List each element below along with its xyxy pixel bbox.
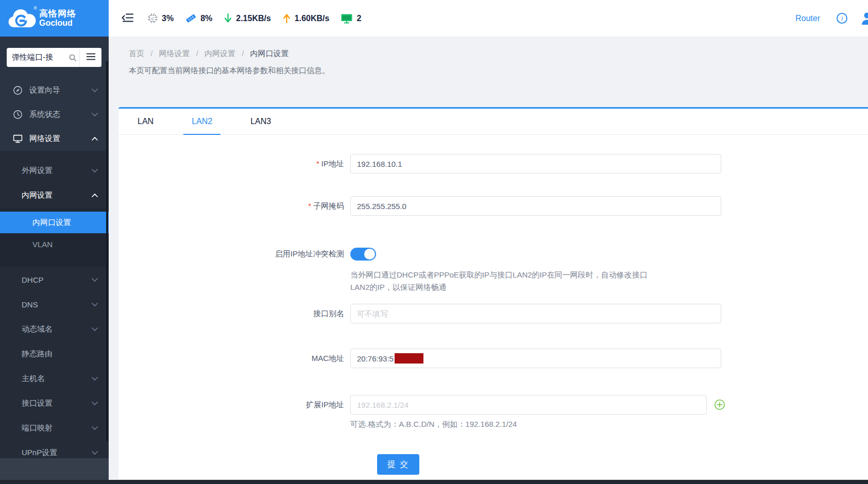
sidebar-item-label: VLAN xyxy=(32,240,53,249)
sidebar-item-dhcp[interactable]: DHCP xyxy=(0,267,109,292)
breadcrumb-network-settings[interactable]: 网络设置 xyxy=(159,49,190,58)
brand-name-cn: 高恪网络 xyxy=(39,9,76,19)
tab-lan3[interactable]: LAN3 xyxy=(242,109,279,134)
sidebar-item-lan-settings[interactable]: 内网设置 xyxy=(0,183,109,208)
sidebar: ® 高恪网络 Gocloud xyxy=(0,0,109,484)
sidebar-item-hostname[interactable]: 主机名 xyxy=(0,366,109,391)
info-circle-icon[interactable]: i xyxy=(837,13,847,24)
tab-lan2[interactable]: LAN2 xyxy=(183,109,220,134)
redaction-block xyxy=(395,353,423,364)
breadcrumb: 首页 / 网络设置 / 内网设置 / 内网口设置 xyxy=(129,49,868,59)
sidebar-item-system-status[interactable]: 系统状态 xyxy=(0,102,109,127)
chevron-down-icon xyxy=(92,402,98,405)
registered-mark: ® xyxy=(33,6,37,11)
extended-ip-input[interactable] xyxy=(350,395,707,414)
alias-label: 接口别名 xyxy=(118,309,350,319)
submit-button[interactable]: 提 交 xyxy=(377,454,419,475)
sidebar-item-static-route[interactable]: 静态路由 xyxy=(0,341,109,366)
sidebar-item-dns[interactable]: DNS xyxy=(0,292,109,317)
upload-value: 1.60KB/s xyxy=(295,14,330,23)
page-content: 首页 / 网络设置 / 内网设置 / 内网口设置 本页可配置当前网络接口的基本网… xyxy=(109,37,868,480)
search-icon[interactable] xyxy=(66,54,79,62)
sidebar-item-ddns[interactable]: 动态域名 xyxy=(0,317,109,341)
breadcrumb-current: 内网口设置 xyxy=(250,49,289,58)
sidebar-item-label: 接口设置 xyxy=(22,399,53,408)
monitor-icon xyxy=(341,13,353,24)
chevron-down-icon xyxy=(92,451,98,455)
toggle-knob xyxy=(364,249,375,260)
sidebar-item-lan-port-settings[interactable]: 内网口设置 xyxy=(0,212,109,233)
compass-icon xyxy=(13,85,23,95)
submit-row: 提 交 xyxy=(118,454,868,475)
subnet-mask-input[interactable] xyxy=(350,196,721,216)
interface-tabs: LAN LAN2 LAN3 xyxy=(118,109,868,135)
main-area: C 3% 8% 2.15KB/s xyxy=(109,0,868,484)
sidebar-item-network-settings[interactable]: 网络设置 xyxy=(0,127,109,151)
cpu-stat: C 3% xyxy=(147,13,174,24)
chevron-up-icon xyxy=(92,194,98,197)
chevron-down-icon xyxy=(92,169,98,172)
monitor-icon xyxy=(13,134,23,144)
router-link[interactable]: Router xyxy=(795,14,820,23)
upload-stat: 1.60KB/s xyxy=(282,13,330,24)
mac-address-label: MAC地址 xyxy=(118,354,350,364)
sidebar-search-input[interactable] xyxy=(7,53,66,62)
ip-conflict-label: 启用IP地址冲突检测 xyxy=(118,249,350,259)
sidebar-item-wan-settings[interactable]: 外网设置 xyxy=(0,158,109,183)
required-mark: * xyxy=(308,201,311,210)
ip-conflict-row: 启用IP地址冲突检测 xyxy=(118,248,868,261)
app-logo[interactable]: ® 高恪网络 Gocloud xyxy=(0,0,109,37)
sidebar-search-box xyxy=(7,48,101,67)
ram-stick-icon xyxy=(185,13,197,24)
breadcrumb-lan-settings[interactable]: 内网设置 xyxy=(205,49,235,58)
sidebar-item-label: UPnP设置 xyxy=(22,448,57,458)
gauge-icon xyxy=(13,110,23,119)
chevron-down-icon xyxy=(92,327,98,331)
sidebar-item-interface-settings[interactable]: 接口设置 xyxy=(0,391,109,416)
breadcrumb-home[interactable]: 首页 xyxy=(129,49,144,58)
arrow-down-icon xyxy=(224,13,232,24)
settings-card: LAN LAN2 LAN3 *IP地址 *子网掩码 xyxy=(118,107,868,479)
devices-stat: 2 xyxy=(341,13,361,24)
sidebar-collapse-button[interactable] xyxy=(122,13,134,24)
mac-address-input[interactable]: 20:76:93:5 xyxy=(350,349,721,368)
chevron-down-icon xyxy=(92,426,98,430)
sidebar-item-label: 主机名 xyxy=(22,374,45,384)
extended-ip-help: 可选.格式为：A.B.C.D/N，例如：192.168.2.1/24 xyxy=(350,420,868,429)
sidebar-item-label: 外网设置 xyxy=(22,166,53,176)
subnet-mask-row: *子网掩码 xyxy=(118,196,868,216)
sidebar-menu: 设置向导 系统状态 网络设置 xyxy=(0,78,109,465)
plus-circle-icon[interactable] xyxy=(714,399,725,410)
sidebar-item-label: 内网口设置 xyxy=(32,218,71,228)
sidebar-item-label: 端口映射 xyxy=(22,423,53,433)
sidebar-footer xyxy=(0,458,109,480)
top-header: C 3% 8% 2.15KB/s xyxy=(109,0,868,37)
lan2-form: *IP地址 *子网掩码 启用IP地址冲突检测 当外网口通过DHCP或者PPPoE… xyxy=(118,135,868,475)
cpu-value: 3% xyxy=(162,14,174,23)
sidebar-item-port-mapping[interactable]: 端口映射 xyxy=(0,416,109,440)
subnet-mask-label: 子网掩码 xyxy=(313,201,344,210)
chevron-down-icon xyxy=(92,278,98,282)
sidebar-scrollbar[interactable] xyxy=(106,61,108,441)
lan-settings-submenu: 内网口设置 VLAN xyxy=(0,208,109,267)
memory-value: 8% xyxy=(200,14,212,23)
sidebar-item-label: 静态路由 xyxy=(22,349,53,359)
cpu-chip-icon: C xyxy=(147,13,158,24)
sidebar-search-menu-button[interactable] xyxy=(80,48,101,67)
chevron-down-icon xyxy=(92,113,98,116)
devices-value: 2 xyxy=(356,14,361,23)
ip-conflict-toggle[interactable] xyxy=(350,248,376,261)
tab-lan[interactable]: LAN xyxy=(129,109,162,134)
user-icon[interactable] xyxy=(861,12,868,25)
download-value: 2.15KB/s xyxy=(236,14,271,23)
alias-input[interactable] xyxy=(350,304,721,323)
memory-stat: 8% xyxy=(185,13,212,24)
chevron-up-icon xyxy=(92,137,98,141)
ip-conflict-help: 当外网口通过DHCP或者PPPoE获取的IP与接口LAN2的IP在同一网段时，自… xyxy=(350,269,868,293)
sidebar-item-vlan[interactable]: VLAN xyxy=(0,233,109,255)
ip-address-input[interactable] xyxy=(350,154,721,174)
cloud-g-logo-icon: ® xyxy=(6,7,38,30)
download-stat: 2.15KB/s xyxy=(224,13,271,24)
sidebar-item-label: 动态域名 xyxy=(22,324,53,334)
sidebar-item-setup-wizard[interactable]: 设置向导 xyxy=(0,78,109,102)
